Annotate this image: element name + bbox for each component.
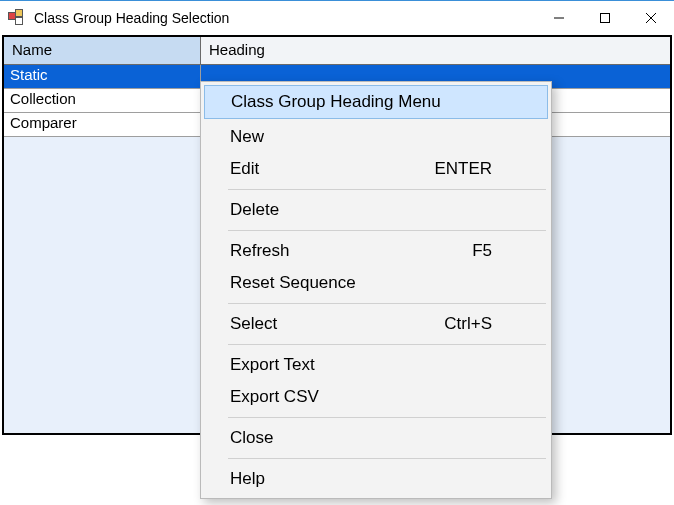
context-menu: Class Group Heading Menu NewEditENTERDel…: [200, 81, 552, 499]
menu-item[interactable]: Help: [204, 463, 548, 495]
menu-separator: [228, 458, 546, 459]
menu-separator: [228, 303, 546, 304]
window-title: Class Group Heading Selection: [34, 10, 229, 26]
menu-item-label: Reset Sequence: [230, 273, 522, 293]
menu-item[interactable]: Reset Sequence: [204, 267, 548, 299]
menu-separator: [228, 189, 546, 190]
context-menu-title: Class Group Heading Menu: [204, 85, 548, 119]
menu-separator: [228, 417, 546, 418]
window: Class Group Heading Selection Name Headi…: [0, 0, 674, 505]
app-icon: [8, 9, 26, 27]
menu-item[interactable]: New: [204, 121, 548, 153]
menu-item[interactable]: Export Text: [204, 349, 548, 381]
minimize-button[interactable]: [536, 1, 582, 35]
menu-item[interactable]: Close: [204, 422, 548, 454]
grid-header: Name Heading: [4, 37, 670, 65]
menu-item-label: Export CSV: [230, 387, 522, 407]
column-header-name[interactable]: Name: [4, 37, 201, 64]
menu-item-label: Refresh: [230, 241, 472, 261]
cell-name: Comparer: [4, 113, 201, 136]
menu-item-label: Delete: [230, 200, 522, 220]
menu-item[interactable]: Export CSV: [204, 381, 548, 413]
close-button[interactable]: [628, 1, 674, 35]
menu-item-label: Select: [230, 314, 444, 334]
cell-name: Collection: [4, 89, 201, 112]
menu-item-label: New: [230, 127, 522, 147]
menu-item-label: Close: [230, 428, 522, 448]
menu-separator: [228, 344, 546, 345]
menu-item[interactable]: Delete: [204, 194, 548, 226]
menu-item[interactable]: RefreshF5: [204, 235, 548, 267]
menu-item[interactable]: SelectCtrl+S: [204, 308, 548, 340]
svg-rect-1: [601, 14, 610, 23]
menu-item-label: Export Text: [230, 355, 522, 375]
menu-item[interactable]: EditENTER: [204, 153, 548, 185]
menu-item-accelerator: ENTER: [434, 159, 522, 179]
column-header-heading[interactable]: Heading: [201, 37, 670, 64]
menu-item-label: Edit: [230, 159, 434, 179]
cell-name: Static: [4, 65, 201, 88]
menu-separator: [228, 230, 546, 231]
menu-item-accelerator: Ctrl+S: [444, 314, 522, 334]
maximize-button[interactable]: [582, 1, 628, 35]
window-buttons: [536, 1, 674, 35]
menu-item-accelerator: F5: [472, 241, 522, 261]
menu-item-label: Help: [230, 469, 522, 489]
titlebar: Class Group Heading Selection: [0, 1, 674, 35]
